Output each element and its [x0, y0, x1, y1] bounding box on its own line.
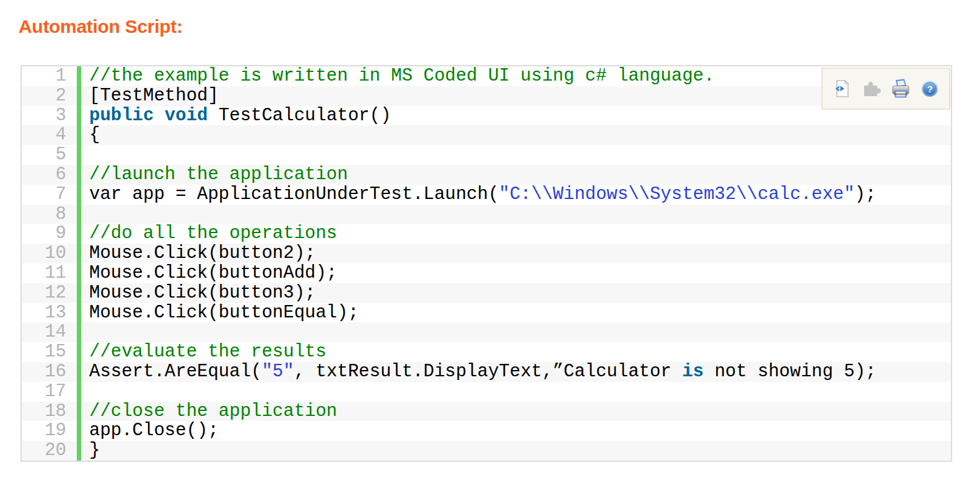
- line-number: 17: [22, 382, 77, 402]
- gutter-bar: [77, 125, 81, 145]
- code-text: }: [81, 441, 951, 461]
- code-line: 3public void TestCalculator(): [22, 106, 951, 126]
- code-line: 12Mouse.Click(button3);: [22, 283, 951, 303]
- gutter-bar: [77, 244, 81, 263]
- code-line: 19app.Close();: [22, 421, 951, 441]
- line-number: 3: [22, 106, 77, 126]
- line-number: 8: [22, 205, 77, 224]
- code-line: 20}: [22, 441, 951, 461]
- gutter-bar: [77, 185, 81, 205]
- gutter-bar: [77, 382, 81, 402]
- code-line: 5: [22, 145, 951, 165]
- gutter-bar: [77, 205, 81, 224]
- gutter-bar: [77, 421, 81, 441]
- code-text: Mouse.Click(buttonEqual);: [81, 303, 951, 323]
- page-title: Automation Script:: [19, 16, 183, 37]
- code-text: var app = ApplicationUnderTest.Launch("C…: [81, 185, 951, 205]
- gutter-bar: [77, 106, 81, 126]
- code-text: app.Close();: [81, 421, 951, 441]
- code-line: 1//the example is written in MS Coded UI…: [22, 66, 951, 86]
- code-text: Mouse.Click(button2);: [81, 244, 951, 263]
- code-line: 8: [22, 205, 951, 224]
- code-line: 4{: [22, 125, 951, 145]
- code-line: 17: [22, 382, 951, 402]
- line-number: 10: [22, 244, 77, 263]
- code-text: //do all the operations: [81, 224, 951, 244]
- line-number: 12: [22, 283, 77, 303]
- line-number: 1: [22, 66, 77, 86]
- line-number: 20: [22, 441, 77, 461]
- line-number: 18: [22, 402, 77, 422]
- line-number: 19: [22, 421, 77, 441]
- gutter-bar: [77, 86, 81, 106]
- copy-to-clipboard-icon[interactable]: [860, 78, 882, 99]
- code-text: //the example is written in MS Coded UI …: [81, 66, 951, 86]
- print-icon[interactable]: [890, 78, 911, 99]
- code-line: 2[TestMethod]: [22, 86, 951, 106]
- code-line: 7var app = ApplicationUnderTest.Launch("…: [22, 185, 951, 205]
- code-block: 1//the example is written in MS Coded UI…: [20, 65, 952, 462]
- gutter-bar: [77, 283, 81, 303]
- code-line: 13Mouse.Click(buttonEqual);: [22, 303, 951, 323]
- code-text: //close the application: [81, 402, 951, 422]
- gutter-bar: [77, 224, 81, 244]
- code-text: [TestMethod]: [81, 86, 951, 106]
- code-text: Assert.AreEqual("5", txtResult.DisplayTe…: [81, 362, 951, 382]
- gutter-bar: [77, 145, 81, 165]
- code-line: 10Mouse.Click(button2);: [22, 244, 951, 263]
- line-number: 13: [22, 303, 77, 323]
- code-line: 9//do all the operations: [22, 224, 951, 244]
- gutter-bar: [77, 322, 81, 342]
- line-number: 2: [22, 86, 77, 106]
- gutter-bar: [77, 66, 81, 86]
- code-toolbar: ?: [821, 68, 950, 110]
- gutter-bar: [77, 441, 81, 461]
- code-lines-container: 1//the example is written in MS Coded UI…: [22, 66, 951, 461]
- help-icon[interactable]: ?: [919, 78, 940, 99]
- code-text: public void TestCalculator(): [81, 106, 951, 126]
- line-number: 14: [22, 322, 77, 342]
- gutter-bar: [77, 165, 81, 185]
- code-line: 16Assert.AreEqual("5", txtResult.Display…: [22, 362, 951, 382]
- code-line: 14: [22, 322, 951, 342]
- gutter-bar: [77, 303, 81, 323]
- code-text: //launch the application: [81, 165, 951, 185]
- line-number: 7: [22, 185, 77, 205]
- gutter-bar: [77, 263, 81, 283]
- code-text: [81, 145, 951, 165]
- code-text: [81, 382, 951, 402]
- line-number: 6: [22, 165, 77, 185]
- code-line: 15//evaluate the results: [22, 342, 951, 362]
- line-number: 15: [22, 342, 77, 362]
- code-text: //evaluate the results: [81, 342, 951, 362]
- line-number: 9: [22, 224, 77, 244]
- automation-script-section: Automation Script: 1//the example is wri…: [0, 0, 980, 486]
- line-number: 16: [22, 362, 77, 382]
- line-number: 11: [22, 263, 77, 283]
- line-number: 4: [22, 125, 77, 145]
- svg-text:?: ?: [927, 84, 933, 94]
- code-text: Mouse.Click(buttonAdd);: [81, 263, 951, 283]
- view-source-icon[interactable]: [831, 78, 852, 99]
- code-text: [81, 205, 951, 224]
- gutter-bar: [77, 362, 81, 382]
- code-text: [81, 322, 951, 342]
- code-line: 18//close the application: [22, 402, 951, 422]
- code-text: {: [81, 125, 951, 145]
- gutter-bar: [77, 402, 81, 422]
- code-text: Mouse.Click(button3);: [81, 283, 951, 303]
- code-line: 6//launch the application: [22, 165, 951, 185]
- line-number: 5: [22, 145, 77, 165]
- code-line: 11Mouse.Click(buttonAdd);: [22, 263, 951, 283]
- gutter-bar: [77, 342, 81, 362]
